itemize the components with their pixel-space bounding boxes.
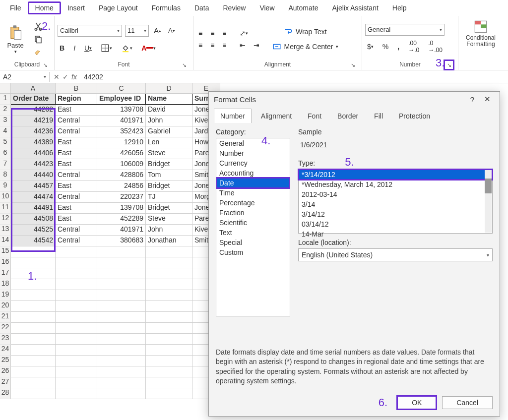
cell[interactable] xyxy=(97,345,146,356)
cancel-button[interactable]: Cancel xyxy=(442,396,493,409)
cell[interactable]: East xyxy=(56,214,97,225)
cell[interactable]: Len xyxy=(146,137,192,148)
decrease-font-button[interactable]: A▾ xyxy=(166,26,177,35)
cell[interactable] xyxy=(56,257,97,268)
scrollbar-thumb[interactable] xyxy=(485,179,492,193)
percent-button[interactable]: % xyxy=(381,42,390,52)
category-item[interactable]: Scientific xyxy=(216,218,290,228)
row-header[interactable]: 8 xyxy=(0,170,11,181)
menu-review[interactable]: Review xyxy=(216,2,253,14)
cell[interactable] xyxy=(97,356,146,366)
orientation-button[interactable]: ⤢▾ xyxy=(238,28,250,38)
cell[interactable] xyxy=(56,301,97,312)
menu-ajelix-assistant[interactable]: Ajelix Assistant xyxy=(325,2,385,14)
name-box[interactable]: A2 ▾ xyxy=(0,72,50,82)
cell[interactable]: 44202 xyxy=(11,105,56,116)
cell[interactable]: Central xyxy=(56,236,97,246)
font-expand-icon[interactable]: ↘ xyxy=(180,61,188,69)
font-name-combo[interactable]: Calibri▾ xyxy=(58,25,122,37)
cell[interactable] xyxy=(97,388,146,399)
cell[interactable]: 44440 xyxy=(11,170,56,181)
type-item[interactable]: *Wednesday, March 14, 2012 xyxy=(299,180,492,189)
type-item[interactable]: 2012-03-14 xyxy=(299,189,492,199)
cell[interactable]: 44219 xyxy=(11,116,56,126)
menu-file[interactable]: File xyxy=(3,2,28,14)
cell[interactable] xyxy=(146,334,192,345)
format-painter-button[interactable] xyxy=(32,47,45,58)
cell[interactable]: East xyxy=(56,148,97,159)
row-header[interactable]: 3 xyxy=(0,116,11,126)
close-button[interactable]: ✕ xyxy=(480,95,495,104)
cell[interactable] xyxy=(97,377,146,388)
underline-button[interactable]: U ▾ xyxy=(82,43,94,53)
row-header[interactable]: 17 xyxy=(0,268,11,279)
cell[interactable]: 380683 xyxy=(97,236,146,246)
menu-formulas[interactable]: Formulas xyxy=(145,2,188,14)
row-header[interactable]: 7 xyxy=(0,159,11,170)
cell[interactable] xyxy=(56,268,97,279)
cell[interactable]: Tom xyxy=(146,170,192,181)
column-header-C[interactable]: C xyxy=(97,83,146,94)
cell[interactable]: East xyxy=(56,181,97,192)
cell[interactable]: 44457 xyxy=(11,181,56,192)
wrap-text-button[interactable]: Wrap Text xyxy=(270,26,341,37)
row-header[interactable]: 18 xyxy=(0,279,11,290)
type-item[interactable]: 3/14/12 xyxy=(299,209,492,219)
cell[interactable] xyxy=(11,345,56,356)
cell[interactable]: East xyxy=(56,159,97,170)
menu-help[interactable]: Help xyxy=(385,2,414,14)
cell[interactable]: Steve xyxy=(146,214,192,225)
cell[interactable] xyxy=(56,377,97,388)
category-item[interactable]: Percentage xyxy=(216,198,290,208)
cell[interactable] xyxy=(146,290,192,301)
row-header[interactable]: 19 xyxy=(0,290,11,301)
row-header[interactable]: 14 xyxy=(0,236,11,246)
cell[interactable] xyxy=(97,268,146,279)
increase-indent-button[interactable]: ⇥ xyxy=(252,40,261,50)
number-format-combo[interactable]: General▾ xyxy=(365,24,444,36)
align-top-button[interactable]: ≡ xyxy=(196,28,204,38)
cancel-formula-icon[interactable]: ✕ xyxy=(54,73,60,81)
menu-insert[interactable]: Insert xyxy=(61,2,92,14)
cell[interactable]: 139708 xyxy=(97,105,146,116)
cell[interactable] xyxy=(11,366,56,377)
select-all-corner[interactable] xyxy=(0,83,11,94)
increase-font-button[interactable]: A▴ xyxy=(152,25,163,36)
fill-color-button[interactable]: ▾ xyxy=(119,43,134,54)
cell[interactable]: Central xyxy=(56,170,97,181)
cell[interactable]: 139708 xyxy=(97,203,146,214)
row-header[interactable]: 9 xyxy=(0,181,11,192)
cell[interactable]: 220237 xyxy=(97,192,146,203)
cell[interactable] xyxy=(11,323,56,334)
cell[interactable]: 401971 xyxy=(97,225,146,236)
row-header[interactable]: 11 xyxy=(0,203,11,214)
help-button[interactable]: ? xyxy=(465,95,480,104)
cell[interactable] xyxy=(56,345,97,356)
clipboard-expand-icon[interactable]: ↘ xyxy=(41,61,49,69)
cell[interactable]: 426056 xyxy=(97,148,146,159)
cell[interactable] xyxy=(97,334,146,345)
increase-decimal-button[interactable]: .00→.0 xyxy=(406,39,421,55)
category-item[interactable]: Custom xyxy=(216,247,290,257)
cell[interactable]: 44423 xyxy=(11,159,56,170)
cell[interactable]: Central xyxy=(56,116,97,126)
row-header[interactable]: 26 xyxy=(0,366,11,377)
cell[interactable]: John xyxy=(146,116,192,126)
cell[interactable]: 44491 xyxy=(11,203,56,214)
cell[interactable]: 44406 xyxy=(11,148,56,159)
cell[interactable] xyxy=(146,366,192,377)
cell[interactable] xyxy=(146,312,192,323)
cell[interactable] xyxy=(97,323,146,334)
alignment-expand-icon[interactable]: ↘ xyxy=(349,61,357,69)
accept-formula-icon[interactable]: ✓ xyxy=(63,73,68,81)
row-header[interactable]: 23 xyxy=(0,334,11,345)
cell[interactable] xyxy=(146,268,192,279)
column-header-B[interactable]: B xyxy=(56,83,97,94)
cell[interactable] xyxy=(146,257,192,268)
category-item[interactable]: Time xyxy=(216,188,290,198)
cell[interactable]: 44525 xyxy=(11,225,56,236)
align-middle-button[interactable]: ≡ xyxy=(208,28,216,38)
cell[interactable]: 24856 xyxy=(97,181,146,192)
align-right-button[interactable]: ≡ xyxy=(220,40,228,50)
bold-button[interactable]: B xyxy=(58,43,66,53)
